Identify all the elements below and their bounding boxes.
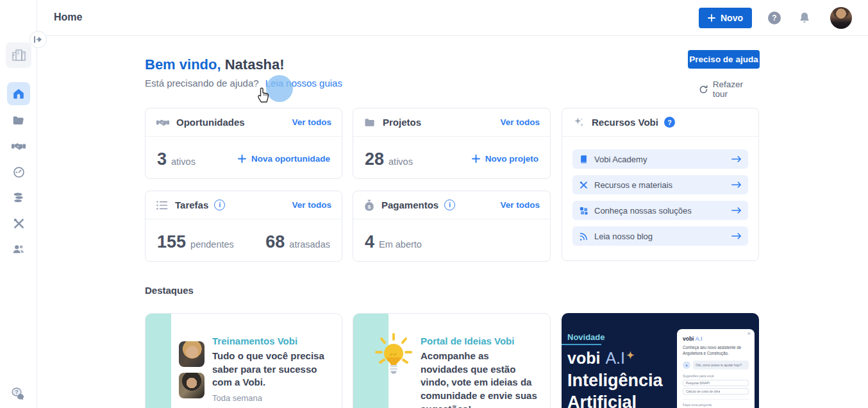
- pagamentos-count-label: Em aberto: [379, 239, 422, 250]
- nova-oportunidade-link[interactable]: Nova oportunidade: [238, 154, 330, 164]
- home-icon: [12, 87, 26, 101]
- projetos-count: 28: [365, 149, 384, 169]
- novo-projeto-label: Novo projeto: [485, 154, 538, 164]
- preview-suggestion-1[interactable]: Pesquisa SINAPI: [683, 380, 749, 386]
- recursos-list: Vobi Academy Recursos e materiais Conheç…: [562, 137, 758, 246]
- tarefas-card-header: Tarefas i Ver todos: [146, 191, 342, 219]
- building-sketch-icon: [10, 46, 28, 64]
- arrow-right-icon: [731, 155, 742, 163]
- refresh-icon: [699, 85, 708, 94]
- rss-icon: [579, 232, 588, 241]
- recursos-item-solucoes[interactable]: Conheça nossas soluções: [572, 201, 748, 220]
- portal-content: Portal de Ideias Vobi Acompanhe as novid…: [421, 336, 539, 408]
- people-icon: [12, 242, 26, 256]
- card-accent-stripe: [146, 314, 171, 408]
- ai-brand-vobi: vobi: [567, 349, 600, 367]
- chat-help-icon: ?: [10, 386, 27, 402]
- recursos-item-blog[interactable]: Leia nosso blog: [572, 226, 748, 246]
- novo-projeto-link[interactable]: Novo projeto: [472, 154, 538, 164]
- oportunidades-card-body: 3 ativos Nova oportunidade: [146, 137, 342, 178]
- badge-underline: [562, 344, 601, 345]
- preview-brand-vobi: vobi: [683, 336, 694, 342]
- help-icon[interactable]: ?: [768, 12, 781, 24]
- puzzle-icon: [579, 206, 588, 216]
- sidebar-item-opportunities[interactable]: [7, 135, 30, 158]
- recursos-item-materiais[interactable]: Recursos e materiais: [572, 175, 748, 194]
- recursos-card-header: Recursos Vobi ?: [562, 108, 758, 137]
- plus-icon: [708, 14, 715, 22]
- need-help-button[interactable]: Preciso de ajuda: [688, 50, 760, 69]
- pagamentos-card-body: 4 Em aberto: [353, 219, 550, 261]
- welcome-heading: Bem vindo, Natasha!: [145, 56, 285, 73]
- recursos-item-label: Conheça nossas soluções: [594, 206, 692, 216]
- pagamentos-card-header: $ Pagamentos i Ver todos: [353, 191, 550, 219]
- user-avatar[interactable]: [830, 7, 852, 29]
- company-logo[interactable]: [6, 42, 31, 68]
- sparkle-icon: ✦: [626, 350, 635, 361]
- ai-title-line2: Artificial: [567, 393, 637, 408]
- tarefas-pending-count: 155: [157, 232, 186, 252]
- welcome-greeting: Bem vindo,: [145, 56, 221, 72]
- book-icon: [579, 155, 588, 164]
- preview-suggestion-2[interactable]: Cálculo de custo de obra: [683, 388, 749, 395]
- svg-text:$: $: [368, 203, 371, 209]
- sidebar-item-support-chat[interactable]: ?: [7, 382, 30, 405]
- gauge-icon: [12, 166, 26, 179]
- vobi-ai-card[interactable]: Novidade vobiA.I✦ Inteligência Artificia…: [562, 313, 759, 408]
- treinamentos-card[interactable]: Treinamentos Vobi Tudo o que você precis…: [145, 313, 342, 408]
- recursos-item-label: Vobi Academy: [594, 155, 647, 164]
- projetos-ver-todos-link[interactable]: Ver todos: [500, 117, 540, 127]
- destaques-heading: Destaques: [145, 285, 194, 296]
- sidebar-item-dashboard[interactable]: [7, 160, 30, 183]
- recursos-item-label: Leia nosso blog: [594, 232, 653, 241]
- recursos-item-vobi-academy[interactable]: Vobi Academy: [572, 149, 748, 169]
- tarefas-card: Tarefas i Ver todos 155 pendentes 68 atr…: [145, 191, 342, 262]
- close-icon[interactable]: ×: [747, 330, 751, 337]
- card-title: Recursos Vobi: [592, 117, 658, 128]
- projetos-card-body: 28 ativos Novo projeto: [353, 137, 550, 178]
- oportunidades-card: Oportunidades Ver todos 3 ativos Nova op…: [145, 108, 342, 179]
- trainer-photo-2: [179, 373, 204, 398]
- sparkles-icon: [572, 116, 585, 129]
- topbar: Home Novo ?: [0, 0, 868, 36]
- ai-assistant-preview: × vobi A.I Conheça seu novo assistente d…: [677, 329, 755, 408]
- preview-brand-ai: A.I: [696, 336, 702, 342]
- nova-oportunidade-label: Nova oportunidade: [251, 154, 330, 164]
- redo-tour-link[interactable]: Refazer tour: [699, 80, 760, 99]
- portal-title: Portal de Ideias Vobi: [421, 336, 539, 346]
- sidebar-item-projects[interactable]: [7, 109, 30, 132]
- sidebar-item-home[interactable]: [7, 82, 30, 105]
- recursos-item-label: Recursos e materiais: [594, 180, 672, 190]
- coins-icon: [12, 191, 26, 205]
- novidade-badge: Novidade: [567, 332, 605, 342]
- sidebar-expand-toggle[interactable]: [29, 31, 47, 48]
- ai-brand-ai: A.I: [605, 349, 625, 367]
- treinamentos-title: Treinamentos Vobi: [212, 336, 328, 346]
- sidebar-item-finances[interactable]: [7, 186, 30, 209]
- sidebar-item-tools[interactable]: [7, 212, 30, 235]
- tools-icon: [579, 180, 588, 190]
- vobi-dashboard: Home Novo ?: [0, 0, 868, 408]
- card-title: Projetos: [383, 117, 421, 128]
- sidebar: ?: [0, 0, 37, 408]
- card-title: Oportunidades: [176, 117, 245, 128]
- notifications-bell-icon[interactable]: [797, 11, 812, 25]
- projetos-count-label: ativos: [388, 157, 413, 167]
- help-question-text: Está precisando de ajuda?: [145, 78, 259, 89]
- pagamentos-ver-todos-link[interactable]: Ver todos: [500, 200, 540, 210]
- recursos-help-badge[interactable]: ?: [664, 117, 675, 128]
- preview-chat-input[interactable]: Olá, como posso te ajudar hoje?: [693, 361, 749, 370]
- tarefas-info-icon[interactable]: i: [214, 200, 225, 210]
- lightbulb-icon: [372, 332, 415, 380]
- arrow-right-icon: [731, 207, 742, 214]
- novo-button[interactable]: Novo: [699, 8, 752, 28]
- pagamentos-info-icon[interactable]: i: [444, 200, 455, 210]
- tarefas-ver-todos-link[interactable]: Ver todos: [292, 200, 331, 210]
- preview-footer: Faça uma pergunta: [683, 399, 749, 407]
- portal-ideias-card[interactable]: Portal de Ideias Vobi Acompanhe as novid…: [353, 313, 551, 408]
- portal-description: Acompanhe as novidades que estão vindo, …: [421, 350, 539, 408]
- sidebar-item-contacts[interactable]: [7, 237, 30, 260]
- card-title: Tarefas: [175, 200, 208, 210]
- tarefas-late-label: atrasadas: [289, 239, 330, 250]
- oportunidades-ver-todos-link[interactable]: Ver todos: [292, 117, 331, 127]
